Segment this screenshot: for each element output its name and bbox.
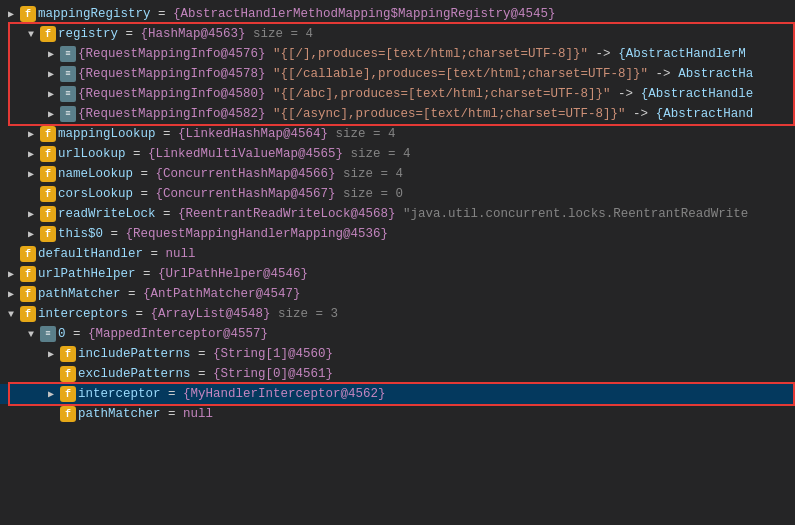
- field-icon: f: [20, 6, 36, 22]
- row-content: registry = {HashMap@4563} size = 4: [58, 27, 313, 41]
- tree-row[interactable]: fregistry = {HashMap@4563} size = 4: [0, 24, 795, 44]
- field-ref: {AbstractHandlerMethodMapping$MappingReg…: [173, 7, 556, 21]
- field-extra: size = 4: [343, 147, 411, 161]
- field-sep: =: [66, 327, 89, 341]
- tree-row[interactable]: finterceptors = {ArrayList@4548} size = …: [0, 304, 795, 324]
- field-name: excludePatterns: [78, 367, 191, 381]
- tree-row[interactable]: freadWriteLock = {ReentrantReadWriteLock…: [0, 204, 795, 224]
- field-icon: f: [40, 26, 56, 42]
- field-name: mappingLookup: [58, 127, 156, 141]
- entry-ref: {AbstractHandle: [641, 87, 754, 101]
- field-sep: =: [118, 27, 141, 41]
- expand-arrow[interactable]: [24, 167, 38, 181]
- field-ref: {String[0]@4561}: [213, 367, 333, 381]
- tree-row[interactable]: fincludePatterns = {String[1]@4560}: [0, 344, 795, 364]
- tree-row[interactable]: furlPathHelper = {UrlPathHelper@4546}: [0, 264, 795, 284]
- expand-arrow[interactable]: [44, 347, 58, 361]
- field-name: interceptors: [38, 307, 128, 321]
- field-ref: {ConcurrentHashMap@4566}: [156, 167, 336, 181]
- field-icon: f: [60, 406, 76, 422]
- row-content: interceptors = {ArrayList@4548} size = 3: [38, 307, 338, 321]
- field-icon: ≡: [60, 46, 76, 62]
- row-content: this$0 = {RequestMappingHandlerMapping@4…: [58, 227, 388, 241]
- entry-key: {RequestMappingInfo@4580}: [78, 87, 266, 101]
- row-content: {RequestMappingInfo@4582} "{[/async],pro…: [78, 107, 753, 121]
- field-icon: f: [40, 166, 56, 182]
- expand-arrow[interactable]: [24, 227, 38, 241]
- field-icon: f: [20, 266, 36, 282]
- field-icon: f: [40, 186, 56, 202]
- field-sep: =: [133, 187, 156, 201]
- expand-arrow[interactable]: [4, 7, 18, 21]
- entry-sep: [266, 87, 274, 101]
- expand-arrow[interactable]: [24, 27, 38, 41]
- tree-row[interactable]: ≡0 = {MappedInterceptor@4557}: [0, 324, 795, 344]
- field-icon: f: [20, 306, 36, 322]
- tree-row[interactable]: ≡{RequestMappingInfo@4582} "{[/async],pr…: [0, 104, 795, 124]
- field-name: 0: [58, 327, 66, 341]
- row-content: defaultHandler = null: [38, 247, 196, 261]
- field-name: urlLookup: [58, 147, 126, 161]
- field-ref: {UrlPathHelper@4546}: [158, 267, 308, 281]
- tree-row[interactable]: fpathMatcher = {AntPathMatcher@4547}: [0, 284, 795, 304]
- tree-row[interactable]: fnameLookup = {ConcurrentHashMap@4566} s…: [0, 164, 795, 184]
- tree-row[interactable]: fmappingRegistry = {AbstractHandlerMetho…: [0, 4, 795, 24]
- tree-row[interactable]: ≡{RequestMappingInfo@4578} "{[/callable]…: [0, 64, 795, 84]
- tree-row[interactable]: ≡{RequestMappingInfo@4580} "{[/abc],prod…: [0, 84, 795, 104]
- expand-arrow[interactable]: [44, 47, 58, 61]
- tree-row[interactable]: ≡{RequestMappingInfo@4576} "{[/],produce…: [0, 44, 795, 64]
- expand-arrow[interactable]: [44, 67, 58, 81]
- expand-arrow[interactable]: [24, 327, 38, 341]
- field-extra: size = 4: [246, 27, 314, 41]
- expand-arrow[interactable]: [4, 307, 18, 321]
- tree-row[interactable]: fexcludePatterns = {String[0]@4561}: [0, 364, 795, 384]
- field-ref: {RequestMappingHandlerMapping@4536}: [126, 227, 389, 241]
- field-name: this$0: [58, 227, 103, 241]
- field-icon: f: [40, 146, 56, 162]
- field-sep: =: [121, 287, 144, 301]
- field-sep: =: [126, 147, 149, 161]
- entry-key: {RequestMappingInfo@4578}: [78, 67, 266, 81]
- field-ref: {AntPathMatcher@4547}: [143, 287, 301, 301]
- row-content: readWriteLock = {ReentrantReadWriteLock@…: [58, 207, 748, 221]
- field-name: urlPathHelper: [38, 267, 136, 281]
- entry-ref: {AbstractHandlerM: [618, 47, 746, 61]
- field-extra: size = 4: [336, 167, 404, 181]
- field-icon: f: [20, 246, 36, 262]
- row-content: nameLookup = {ConcurrentHashMap@4566} si…: [58, 167, 403, 181]
- expand-arrow[interactable]: [4, 287, 18, 301]
- debugger-panel: fmappingRegistry = {AbstractHandlerMetho…: [0, 0, 795, 525]
- tree-row[interactable]: fthis$0 = {RequestMappingHandlerMapping@…: [0, 224, 795, 244]
- entry-arrow: ->: [611, 87, 641, 101]
- field-sep: =: [133, 167, 156, 181]
- expand-arrow[interactable]: [24, 207, 38, 221]
- expand-arrow[interactable]: [24, 127, 38, 141]
- tree-row[interactable]: finterceptor = {MyHandlerInterceptor@456…: [0, 384, 795, 404]
- entry-sep: [266, 107, 274, 121]
- entry-key: {RequestMappingInfo@4582}: [78, 107, 266, 121]
- expand-arrow[interactable]: [44, 387, 58, 401]
- expand-arrow[interactable]: [4, 267, 18, 281]
- row-content: 0 = {MappedInterceptor@4557}: [58, 327, 268, 341]
- field-ref: {HashMap@4563}: [141, 27, 246, 41]
- tree-row[interactable]: fpathMatcher = null: [0, 404, 795, 424]
- entry-sep: [266, 67, 274, 81]
- field-sep: =: [128, 307, 151, 321]
- field-name: readWriteLock: [58, 207, 156, 221]
- tree-row[interactable]: fdefaultHandler = null: [0, 244, 795, 264]
- tree-row[interactable]: fcorsLookup = {ConcurrentHashMap@4567} s…: [0, 184, 795, 204]
- expand-arrow[interactable]: [44, 107, 58, 121]
- field-ref: {MyHandlerInterceptor@4562}: [183, 387, 386, 401]
- expand-arrow[interactable]: [24, 147, 38, 161]
- field-icon: f: [20, 286, 36, 302]
- tree-row[interactable]: furlLookup = {LinkedMultiValueMap@4565} …: [0, 144, 795, 164]
- entry-sep: [266, 47, 274, 61]
- row-content: corsLookup = {ConcurrentHashMap@4567} si…: [58, 187, 403, 201]
- field-icon: f: [40, 126, 56, 142]
- field-sep: =: [161, 407, 184, 421]
- field-extra: size = 4: [328, 127, 396, 141]
- entry-string: "{[/],produces=[text/html;charset=UTF-8]…: [273, 47, 588, 61]
- expand-arrow[interactable]: [44, 87, 58, 101]
- field-sep: =: [151, 7, 174, 21]
- tree-row[interactable]: fmappingLookup = {LinkedHashMap@4564} si…: [0, 124, 795, 144]
